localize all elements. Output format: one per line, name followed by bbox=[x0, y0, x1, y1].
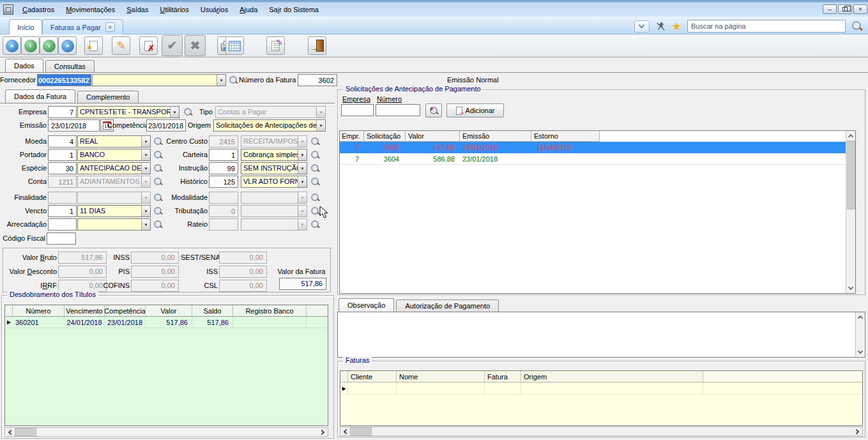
especie-combo[interactable]: ANTECIPACAO DE F bbox=[77, 162, 151, 174]
numero-fatura-input[interactable] bbox=[298, 74, 337, 86]
restore-button[interactable] bbox=[838, 4, 852, 14]
origem-combo-arrow[interactable] bbox=[316, 120, 325, 131]
search-input[interactable] bbox=[687, 20, 846, 33]
scroll-right-icon[interactable] bbox=[318, 428, 328, 436]
scroll-down-icon[interactable] bbox=[857, 347, 865, 357]
faturas-empty-row[interactable] bbox=[340, 383, 862, 395]
solicitacoes-row-selected[interactable]: 7 3602 517,86 23/01/2018 11/04/2019 bbox=[340, 142, 855, 153]
origem-combo[interactable]: Solicitações de Antecipações de bbox=[213, 119, 326, 132]
moeda-combo[interactable]: REAL bbox=[77, 135, 151, 148]
desdobramento-grid[interactable]: Número Vencimento Competência Valor Sald… bbox=[4, 305, 328, 426]
next-record-button[interactable]: › bbox=[40, 36, 58, 55]
edit-button[interactable] bbox=[112, 36, 130, 55]
new-button[interactable] bbox=[84, 36, 103, 55]
scroll-up-icon[interactable] bbox=[857, 312, 865, 322]
carteira-lookup-icon[interactable] bbox=[310, 150, 320, 160]
solicitacoes-empresa-input[interactable] bbox=[341, 104, 374, 116]
scroll-thumb[interactable] bbox=[350, 427, 372, 436]
centro-custo-lookup-icon[interactable] bbox=[310, 137, 320, 146]
search-icon[interactable] bbox=[851, 20, 863, 32]
solicitacoes-grid[interactable]: Empr. Solicitação Valor Emissão Estorno … bbox=[339, 130, 856, 294]
previous-record-button[interactable]: ‹ bbox=[21, 36, 40, 55]
close-tab-icon[interactable] bbox=[105, 22, 115, 32]
tab-dados-da-fatura[interactable]: Dados da Fatura bbox=[5, 89, 75, 103]
scroll-left-icon[interactable] bbox=[5, 428, 15, 436]
empresa-code-input[interactable] bbox=[48, 106, 77, 118]
chevron-down-button[interactable] bbox=[634, 20, 650, 33]
desdobramento-hscrollbar[interactable] bbox=[4, 427, 328, 437]
desdobramento-row[interactable]: 360201 24/01/2018 23/01/2018 517,86 517,… bbox=[5, 317, 328, 328]
observacao-vscrollbar[interactable] bbox=[855, 312, 865, 357]
grid-view-button[interactable] bbox=[225, 36, 244, 55]
scroll-up-icon[interactable] bbox=[847, 131, 855, 140]
carteira-combo-arrow[interactable] bbox=[298, 149, 307, 160]
menu-saidas[interactable]: Saídas bbox=[121, 4, 154, 15]
instrucao-code-input[interactable] bbox=[209, 162, 238, 174]
fornecedor-lookup-icon[interactable] bbox=[229, 75, 238, 85]
solicitacoes-row[interactable]: 7 3604 586,88 23/01/2018 bbox=[340, 153, 855, 165]
scroll-thumb[interactable] bbox=[847, 140, 855, 209]
fornecedor-combo[interactable] bbox=[92, 74, 226, 86]
minimize-button[interactable]: – bbox=[823, 4, 837, 14]
menu-sair-do-sistema[interactable]: Sair do Sistema bbox=[263, 4, 324, 15]
emissao-input[interactable] bbox=[48, 119, 100, 132]
tab-inicio[interactable]: Início bbox=[9, 19, 42, 34]
adicionar-button[interactable]: Adicionar bbox=[446, 103, 504, 118]
menu-movimentacoes[interactable]: Movimentações bbox=[60, 4, 121, 15]
historico-combo[interactable]: VLR ADTO FORNEC bbox=[241, 176, 307, 188]
instrucao-combo[interactable]: SEM INSTRUÇÃO bbox=[241, 162, 307, 174]
pin-icon[interactable] bbox=[655, 21, 666, 32]
instrucao-lookup-icon[interactable] bbox=[310, 163, 320, 173]
solicitacoes-vscrollbar[interactable] bbox=[846, 131, 855, 293]
historico-code-input[interactable] bbox=[209, 176, 238, 188]
tab-complemento[interactable]: Complemento bbox=[77, 91, 139, 103]
fornecedor-combo-arrow[interactable] bbox=[217, 75, 225, 86]
solicitacoes-numero-input[interactable] bbox=[376, 104, 420, 116]
arrecadacao-code-input[interactable] bbox=[48, 218, 77, 231]
tab-observacao[interactable]: Observação bbox=[339, 298, 394, 312]
especie-combo-arrow[interactable] bbox=[141, 163, 150, 174]
moeda-code-input[interactable] bbox=[48, 135, 77, 148]
menu-usuarios[interactable]: Usuários bbox=[195, 4, 234, 15]
exit-button[interactable] bbox=[308, 36, 326, 55]
scroll-left-icon[interactable] bbox=[340, 427, 350, 436]
scroll-thumb[interactable] bbox=[15, 428, 36, 436]
notes-button[interactable] bbox=[266, 36, 285, 55]
solicitacoes-search-button[interactable]: + bbox=[425, 103, 442, 118]
codigo-fiscal-input[interactable] bbox=[47, 232, 76, 245]
portador-code-input[interactable] bbox=[48, 149, 77, 161]
rateio-lookup-icon[interactable] bbox=[310, 220, 320, 229]
vencto-combo[interactable]: 11 DIAS bbox=[77, 205, 151, 217]
scroll-right-icon[interactable] bbox=[853, 427, 862, 436]
arrecadacao-combo[interactable] bbox=[77, 218, 151, 231]
first-record-button[interactable]: « bbox=[3, 36, 21, 55]
carteira-code-input[interactable] bbox=[209, 149, 238, 161]
faturas-grid[interactable]: Cliente Nome Fatura Origem bbox=[340, 370, 863, 426]
arrecadacao-combo-arrow[interactable] bbox=[141, 219, 150, 230]
confirm-button[interactable]: ✔ bbox=[162, 35, 183, 56]
instrucao-combo-arrow[interactable] bbox=[298, 163, 307, 174]
vencto-code-input[interactable] bbox=[48, 205, 77, 217]
observacao-textarea[interactable] bbox=[338, 312, 854, 357]
menu-utilitarios[interactable]: Utilitários bbox=[154, 4, 194, 15]
tab-autorizacao-de-pagamento[interactable]: Autorização de Pagamento bbox=[396, 300, 499, 312]
tab-consultas[interactable]: Consultas bbox=[45, 60, 95, 72]
menu-ajuda[interactable]: Ajuda bbox=[234, 4, 263, 15]
modalidade-lookup-icon[interactable] bbox=[310, 193, 320, 202]
tributacao-lookup-icon[interactable] bbox=[310, 206, 320, 216]
cancel-button[interactable]: ✖ bbox=[185, 35, 206, 56]
tab-dados[interactable]: Dados bbox=[5, 59, 43, 72]
fornecedor-code-input[interactable] bbox=[37, 74, 91, 86]
historico-lookup-icon[interactable] bbox=[310, 177, 320, 186]
delete-button[interactable] bbox=[139, 36, 158, 55]
especie-code-input[interactable] bbox=[48, 162, 77, 174]
last-record-button[interactable]: » bbox=[58, 36, 77, 55]
close-button[interactable]: × bbox=[853, 4, 867, 14]
historico-combo-arrow[interactable] bbox=[298, 176, 307, 187]
tab-faturas-a-pagar[interactable]: Faturas a Pagar bbox=[42, 19, 123, 34]
carteira-combo[interactable]: Cobrança simples-D bbox=[241, 149, 307, 161]
menu-cadastros[interactable]: Cadastros bbox=[17, 4, 60, 15]
moeda-combo-arrow[interactable] bbox=[141, 136, 150, 147]
faturas-hscrollbar[interactable] bbox=[340, 427, 863, 436]
scroll-down-icon[interactable] bbox=[847, 284, 855, 293]
